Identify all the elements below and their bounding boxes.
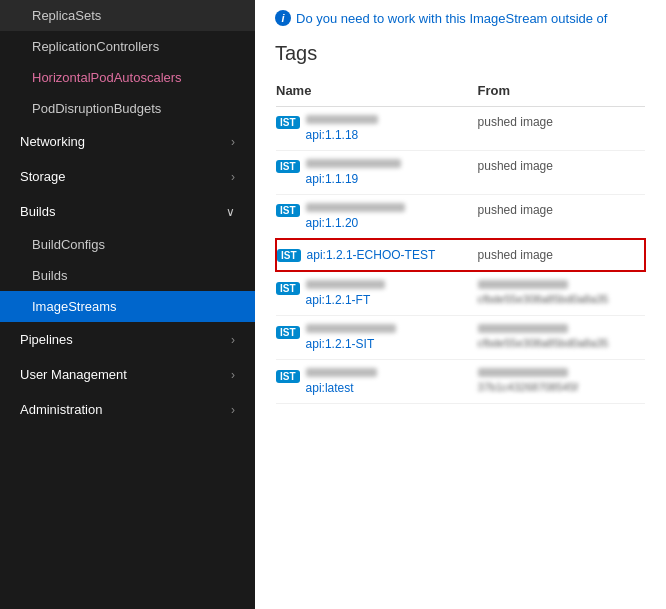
tag-from-cell: cfbde55e308a85bd0a8a35 (478, 316, 645, 360)
sidebar-item-label: ReplicaSets (32, 8, 101, 23)
blurred-name-line (306, 324, 396, 333)
info-banner: i Do you need to work with this ImageStr… (275, 10, 646, 26)
tag-name-cell: ISTapi:1.1.20 (276, 195, 478, 240)
sidebar-item-label: Storage (20, 169, 66, 184)
sidebar-item-pipelines[interactable]: Pipelines › (0, 322, 255, 357)
blurred-from-line (478, 368, 568, 377)
sidebar-item-label: PodDisruptionBudgets (32, 101, 161, 116)
sidebar-item-label: BuildConfigs (32, 237, 105, 252)
sidebar-item-builds[interactable]: Builds (0, 260, 255, 291)
table-row: ISTapi:1.2.1-SITcfbde55e308a85bd0a8a35 (276, 316, 645, 360)
tag-link[interactable]: api:1.2.1-ECHOO-TEST (307, 248, 436, 262)
chevron-right-icon: › (231, 135, 235, 149)
sidebar-item-label: HorizontalPodAutoscalers (32, 70, 182, 85)
col-from: From (478, 77, 645, 107)
sidebar-item-hpa[interactable]: HorizontalPodAutoscalers (0, 62, 255, 93)
table-row: ISTapi:1.2.1-ECHOO-TESTpushed image (276, 239, 645, 271)
col-name: Name (276, 77, 478, 107)
chevron-right-icon: › (231, 368, 235, 382)
blurred-name-line (306, 203, 405, 212)
sidebar-item-label: Administration (20, 402, 102, 417)
sidebar-item-label: Pipelines (20, 332, 73, 347)
tag-link[interactable]: api:1.2.1-SIT (306, 337, 396, 351)
info-icon: i (275, 10, 291, 26)
blurred-name-line (306, 159, 401, 168)
tags-title: Tags (275, 42, 646, 65)
tag-link[interactable]: api:1.1.20 (306, 216, 405, 230)
chevron-down-icon: ∨ (226, 205, 235, 219)
sidebar-item-networking[interactable]: Networking › (0, 124, 255, 159)
ist-badge: IST (276, 116, 300, 129)
sidebar-item-pdb[interactable]: PodDisruptionBudgets (0, 93, 255, 124)
blurred-name-line (306, 115, 378, 124)
table-row: ISTapi:1.1.20pushed image (276, 195, 645, 240)
sidebar-item-label: ImageStreams (32, 299, 117, 314)
table-row: ISTapi:latest37b1c43268708545f (276, 360, 645, 404)
tag-from-cell: cfbde55e308a85bd0a8a35 (478, 271, 645, 316)
main-content: i Do you need to work with this ImageStr… (255, 0, 666, 609)
tag-from-cell: pushed image (478, 151, 645, 195)
sidebar-item-buildconfigs[interactable]: BuildConfigs (0, 229, 255, 260)
tag-name-cell: ISTapi:1.1.18 (276, 107, 478, 151)
sidebar-item-label: Builds (32, 268, 67, 283)
tag-link[interactable]: api:latest (306, 381, 377, 395)
ist-badge: IST (276, 282, 300, 295)
ist-badge: IST (276, 160, 300, 173)
from-hash: 37b1c43268708545f (478, 381, 578, 393)
sidebar-item-builds-header[interactable]: Builds ∨ (0, 194, 255, 229)
tag-from-cell: pushed image (478, 107, 645, 151)
from-hash: cfbde55e308a85bd0a8a35 (478, 337, 609, 349)
sidebar: ReplicaSets ReplicationControllers Horiz… (0, 0, 255, 609)
sidebar-item-label: User Management (20, 367, 127, 382)
blurred-name-line (306, 368, 377, 377)
tag-from-cell: 37b1c43268708545f (478, 360, 645, 404)
sidebar-item-replicasets[interactable]: ReplicaSets (0, 0, 255, 31)
tag-name-cell: ISTapi:latest (276, 360, 478, 404)
tag-link[interactable]: api:1.1.18 (306, 128, 378, 142)
tag-link[interactable]: api:1.1.19 (306, 172, 401, 186)
ist-badge: IST (276, 370, 300, 383)
from-hash: cfbde55e308a85bd0a8a35 (478, 293, 609, 305)
ist-badge: IST (277, 249, 301, 262)
chevron-right-icon: › (231, 333, 235, 347)
sidebar-item-imagestreams[interactable]: ImageStreams (0, 291, 255, 322)
ist-badge: IST (276, 204, 300, 217)
info-text: Do you need to work with this ImageStrea… (296, 11, 607, 26)
sidebar-item-user-management[interactable]: User Management › (0, 357, 255, 392)
table-row: ISTapi:1.2.1-FTcfbde55e308a85bd0a8a35 (276, 271, 645, 316)
tags-table: Name From ISTapi:1.1.18pushed imageISTap… (275, 77, 646, 404)
sidebar-item-label: ReplicationControllers (32, 39, 159, 54)
chevron-right-icon: › (231, 170, 235, 184)
tag-from-cell: pushed image (478, 239, 645, 271)
ist-badge: IST (276, 326, 300, 339)
tag-from-cell: pushed image (478, 195, 645, 240)
chevron-right-icon: › (231, 403, 235, 417)
tag-name-cell: ISTapi:1.2.1-SIT (276, 316, 478, 360)
table-row: ISTapi:1.1.19pushed image (276, 151, 645, 195)
sidebar-item-label: Networking (20, 134, 85, 149)
sidebar-item-replicationcontrollers[interactable]: ReplicationControllers (0, 31, 255, 62)
table-row: ISTapi:1.1.18pushed image (276, 107, 645, 151)
sidebar-item-administration[interactable]: Administration › (0, 392, 255, 427)
tag-link[interactable]: api:1.2.1-FT (306, 293, 385, 307)
blurred-from-line (478, 280, 568, 289)
tag-name-cell: ISTapi:1.2.1-ECHOO-TEST (276, 239, 478, 271)
blurred-from-line (478, 324, 568, 333)
tag-name-cell: ISTapi:1.1.19 (276, 151, 478, 195)
sidebar-item-label: Builds (20, 204, 55, 219)
blurred-name-line (306, 280, 385, 289)
sidebar-item-storage[interactable]: Storage › (0, 159, 255, 194)
tag-name-cell: ISTapi:1.2.1-FT (276, 271, 478, 316)
